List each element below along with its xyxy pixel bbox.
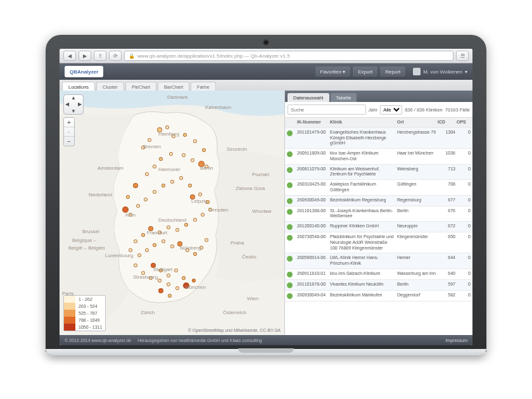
map-marker[interactable] — [159, 269, 163, 272]
map-marker[interactable] — [159, 157, 163, 161]
user-menu[interactable]: M. von Wolkenen ▾ — [413, 68, 467, 75]
map-marker[interactable] — [149, 276, 153, 280]
table-row[interactable]: 260930049-04Bezirksklinikum MainkofenDeg… — [285, 291, 472, 301]
year-select[interactable]: Alle — [380, 105, 402, 115]
back-button[interactable]: ◀ — [63, 51, 76, 61]
map-marker[interactable] — [201, 213, 205, 217]
map-marker[interactable] — [170, 180, 174, 184]
table-row[interactable]: 260730548-00Pfalzklinikum für Psychiatri… — [285, 232, 472, 253]
map-marker[interactable] — [170, 244, 174, 248]
table-row[interactable]: 261101388-00St.-Joseph-Krankenhaus Berli… — [285, 206, 472, 222]
map-marker[interactable] — [183, 133, 187, 137]
tab-datenauswahl[interactable]: Datenauswahl — [288, 93, 329, 102]
map-marker[interactable] — [153, 165, 156, 168]
map-marker[interactable] — [206, 200, 210, 204]
map-marker[interactable] — [145, 172, 149, 176]
zoom-in-button[interactable]: + — [64, 118, 74, 127]
table-row[interactable]: 261101878-00Vivantes Klinikum NeuköllnBe… — [285, 280, 472, 291]
map-marker[interactable] — [172, 134, 175, 138]
map-marker[interactable] — [182, 153, 186, 157]
map-marker[interactable] — [175, 228, 179, 232]
map-marker[interactable] — [169, 152, 173, 156]
map-marker[interactable] — [167, 282, 170, 286]
map-marker[interactable] — [192, 279, 196, 282]
table-row[interactable]: 260310425-00Asklepios Fachklinikum Götti… — [285, 180, 472, 196]
map-marker[interactable] — [174, 269, 178, 272]
map-marker[interactable] — [141, 233, 145, 237]
map-marker[interactable] — [193, 252, 197, 256]
map-marker[interactable] — [129, 213, 132, 217]
map-marker[interactable] — [158, 231, 162, 234]
forward-button[interactable]: ▶ — [79, 51, 91, 61]
map-marker[interactable] — [182, 276, 186, 280]
map-marker[interactable] — [157, 127, 162, 132]
map-marker[interactable] — [167, 225, 170, 229]
table-row[interactable]: 260811079-00Klinikum am Weissenhof, Zent… — [285, 165, 472, 180]
map-pane[interactable]: DanmarkKøbenhavnHamburgBremenAmsterdamNe… — [60, 91, 284, 335]
map-marker[interactable] — [205, 238, 208, 242]
export-button[interactable]: Export — [353, 66, 377, 77]
report-button[interactable]: Report — [380, 66, 405, 77]
map-marker[interactable] — [129, 248, 132, 252]
map-marker[interactable] — [151, 263, 156, 268]
map-marker[interactable] — [205, 165, 208, 168]
tab-tabelle[interactable]: Tabelle — [331, 93, 357, 102]
map-marker[interactable] — [148, 226, 153, 231]
reader-button[interactable]: ☰ — [456, 51, 469, 61]
map-marker[interactable] — [193, 218, 197, 222]
map-marker[interactable] — [175, 286, 179, 290]
tab-piechart[interactable]: PieChart — [125, 82, 156, 91]
table-row[interactable]: 261200140-00Ruppiner Kliniken GmbHNeurup… — [285, 222, 472, 232]
app-logo[interactable]: QBAnalyzer — [65, 66, 103, 77]
tab-cluster[interactable]: Cluster — [96, 82, 124, 91]
map-marker[interactable] — [136, 204, 140, 208]
map-marker[interactable] — [137, 253, 141, 257]
map-marker[interactable] — [184, 223, 188, 227]
map-marker[interactable] — [162, 184, 165, 187]
map-marker[interactable] — [134, 263, 137, 267]
map-marker[interactable] — [162, 239, 165, 243]
map-marker[interactable] — [186, 248, 189, 252]
tab-barchart[interactable]: BarChart — [158, 82, 189, 91]
table-row[interactable]: 260911810-01kbo-Inn-Salzach-KlinikumWass… — [285, 269, 472, 280]
map-marker[interactable] — [141, 271, 145, 275]
favorites-button[interactable]: Favoriten ▾ — [315, 66, 351, 77]
map-marker[interactable] — [193, 139, 197, 143]
map-marker[interactable] — [141, 146, 145, 149]
map-marker[interactable] — [122, 206, 129, 213]
map-marker[interactable] — [190, 194, 195, 200]
tab-locations[interactable]: Locations — [62, 82, 95, 91]
map-marker[interactable] — [200, 246, 203, 250]
map-marker[interactable] — [191, 158, 194, 162]
map-marker[interactable] — [153, 190, 156, 194]
map-marker[interactable] — [179, 176, 183, 180]
zoom-out-button[interactable]: − — [64, 137, 74, 146]
table-row[interactable]: 260590914-06LWL-Klinik Hemer Hans-Prinzh… — [285, 253, 472, 269]
search-input[interactable] — [288, 104, 366, 115]
reload-button[interactable]: ⟳ — [109, 51, 122, 61]
map-marker[interactable] — [198, 161, 205, 167]
map-marker[interactable] — [153, 243, 156, 247]
map-marker[interactable] — [183, 282, 189, 289]
impressum-link[interactable]: Impressum — [445, 338, 467, 343]
map-marker[interactable] — [148, 138, 151, 142]
map-marker[interactable] — [167, 274, 170, 277]
map-marker[interactable] — [133, 183, 138, 188]
table-row[interactable]: 260930049-00Bezirksklinikum RegensburgRe… — [285, 196, 472, 206]
map-marker[interactable] — [202, 148, 206, 152]
map-marker[interactable] — [158, 288, 163, 293]
address-bar[interactable]: 🔒 www.qb-analyzer.de/application/v1.5/in… — [124, 51, 453, 61]
map-marker[interactable] — [177, 241, 182, 246]
map-marker[interactable] — [208, 208, 212, 212]
map-marker[interactable] — [165, 125, 169, 129]
map-marker[interactable] — [198, 193, 202, 196]
map-marker[interactable] — [134, 239, 137, 243]
table-row[interactable]: 261101479-00Evangelisches Krankenhaus Kö… — [285, 128, 472, 149]
share-button[interactable]: ⇪ — [94, 51, 106, 61]
map-marker[interactable] — [188, 184, 192, 187]
tab-farbe[interactable]: Farbe — [191, 82, 216, 91]
table-row[interactable]: 260911809-00kbo Isar-Amper-Klinikum Münc… — [285, 149, 472, 165]
map-marker[interactable] — [144, 198, 148, 201]
map-marker[interactable] — [168, 294, 172, 298]
map-marker[interactable] — [158, 279, 162, 282]
